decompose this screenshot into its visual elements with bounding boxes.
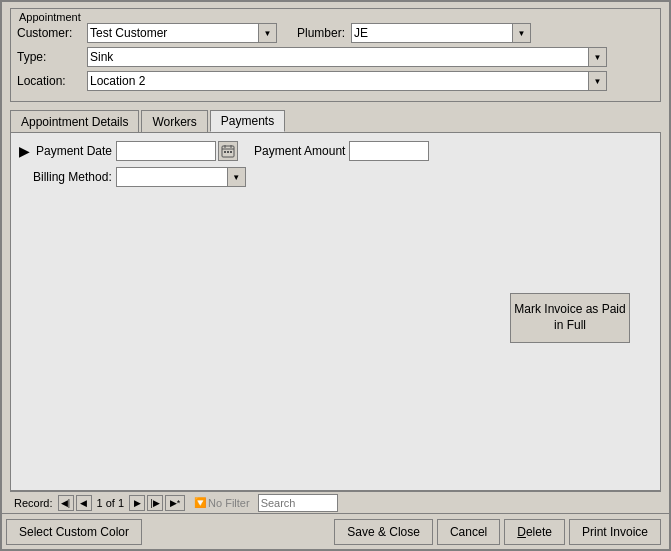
plumber-input[interactable] (351, 23, 513, 43)
type-dropdown-btn[interactable]: ▼ (589, 47, 607, 67)
billing-dropdown-btn[interactable]: ▼ (228, 167, 246, 187)
nav-last-btn[interactable]: |▶ (147, 495, 163, 511)
delete-rest: elete (526, 525, 552, 539)
location-input[interactable] (87, 71, 589, 91)
tabs-bar: Appointment Details Workers Payments (10, 110, 661, 132)
payment-amount-input[interactable] (349, 141, 429, 161)
billing-method-row: Billing Method: ▼ (19, 167, 652, 187)
save-close-button[interactable]: Save & Close (334, 519, 433, 545)
no-filter-text: No Filter (208, 497, 250, 509)
calendar-icon (221, 144, 235, 158)
tab-payments[interactable]: Payments (210, 110, 285, 132)
billing-method-input[interactable] (116, 167, 228, 187)
plumber-section: Plumber: ▼ (297, 23, 531, 43)
nav-new-btn[interactable]: ▶* (165, 495, 185, 511)
location-combo[interactable]: ▼ (87, 71, 607, 91)
filter-icon: 🔽 (194, 497, 206, 508)
main-window: Appointment Customer: ▼ Plumber: ▼ Type:… (0, 0, 671, 551)
tab-appointment-details[interactable]: Appointment Details (10, 110, 139, 132)
location-label: Location: (17, 74, 87, 88)
plumber-dropdown-btn[interactable]: ▼ (513, 23, 531, 43)
calendar-btn[interactable] (218, 141, 238, 161)
nav-first-btn[interactable]: ◀| (58, 495, 74, 511)
select-custom-color-button[interactable]: Select Custom Color (6, 519, 142, 545)
billing-combo[interactable]: ▼ (116, 167, 246, 187)
cancel-button[interactable]: Cancel (437, 519, 500, 545)
billing-method-label: Billing Method: (33, 170, 112, 184)
mark-invoice-button[interactable]: Mark Invoice as Paid in Full (510, 293, 630, 343)
record-nav: Record: ◀| ◀ 1 of 1 ▶ |▶ ▶* 🔽 No Filter (10, 491, 661, 513)
tab-workers[interactable]: Workers (141, 110, 207, 132)
nav-next-btn[interactable]: ▶ (129, 495, 145, 511)
svg-rect-4 (224, 151, 226, 153)
type-label: Type: (17, 50, 87, 64)
record-counter: 1 of 1 (97, 497, 125, 509)
fieldset-legend: Appointment (17, 11, 654, 23)
customer-row: Customer: ▼ Plumber: ▼ (17, 23, 654, 43)
tab-content-payments: ▶ Payment Date Payment Amount Billing Me… (10, 132, 661, 491)
filter-section: 🔽 No Filter (194, 494, 338, 512)
customer-label: Customer: (17, 26, 87, 40)
bottom-bar: Select Custom Color Save & Close Cancel … (2, 513, 669, 549)
type-combo[interactable]: ▼ (87, 47, 607, 67)
plumber-combo[interactable]: ▼ (351, 23, 531, 43)
delete-button[interactable]: Delete (504, 519, 565, 545)
delete-underline-d: D (517, 525, 526, 539)
type-row: Type: ▼ (17, 47, 654, 67)
customer-dropdown-btn[interactable]: ▼ (259, 23, 277, 43)
search-input[interactable] (258, 494, 338, 512)
payment-date-row: ▶ Payment Date Payment Amount (19, 141, 652, 161)
location-dropdown-btn[interactable]: ▼ (589, 71, 607, 91)
svg-rect-6 (230, 151, 232, 153)
payment-date-label: Payment Date (36, 144, 112, 158)
payment-amount-label: Payment Amount (254, 144, 345, 158)
location-row: Location: ▼ (17, 71, 654, 91)
plumber-label: Plumber: (297, 26, 345, 40)
print-invoice-button[interactable]: Print Invoice (569, 519, 661, 545)
payment-date-input[interactable] (116, 141, 216, 161)
customer-combo[interactable]: ▼ (87, 23, 277, 43)
type-input[interactable] (87, 47, 589, 67)
customer-input[interactable] (87, 23, 259, 43)
record-pointer-icon: ▶ (19, 143, 30, 159)
svg-rect-5 (227, 151, 229, 153)
record-nav-label: Record: (14, 497, 53, 509)
nav-prev-btn[interactable]: ◀ (76, 495, 92, 511)
appointment-fieldset: Appointment Customer: ▼ Plumber: ▼ Type:… (10, 8, 661, 102)
